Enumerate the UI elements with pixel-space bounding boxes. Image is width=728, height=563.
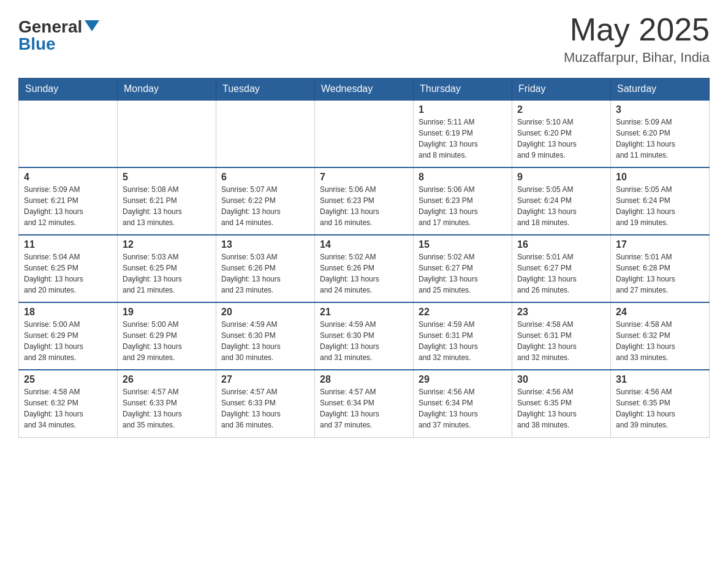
- logo-triangle-icon: [85, 20, 99, 31]
- page-header: General Blue May 2025 Muzaffarpur, Bihar…: [18, 12, 710, 66]
- day-info: Sunrise: 5:02 AM Sunset: 6:27 PM Dayligh…: [419, 251, 507, 296]
- title-section: May 2025 Muzaffarpur, Bihar, India: [564, 12, 710, 66]
- day-info: Sunrise: 4:58 AM Sunset: 6:32 PM Dayligh…: [616, 319, 704, 363]
- calendar-cell: 6Sunrise: 5:07 AM Sunset: 6:22 PM Daylig…: [216, 167, 315, 235]
- calendar-cell: 21Sunrise: 4:59 AM Sunset: 6:30 PM Dayli…: [315, 302, 414, 370]
- day-info: Sunrise: 4:59 AM Sunset: 6:30 PM Dayligh…: [320, 319, 408, 363]
- day-number: 8: [419, 172, 507, 183]
- calendar-cell: 3Sunrise: 5:09 AM Sunset: 6:20 PM Daylig…: [611, 100, 710, 167]
- calendar-cell: 25Sunrise: 4:58 AM Sunset: 6:32 PM Dayli…: [19, 370, 118, 437]
- day-info: Sunrise: 5:05 AM Sunset: 6:24 PM Dayligh…: [616, 184, 704, 228]
- week-row-5: 25Sunrise: 4:58 AM Sunset: 6:32 PM Dayli…: [19, 370, 710, 437]
- day-number: 27: [221, 374, 309, 385]
- day-number: 14: [320, 239, 408, 250]
- calendar-cell: 20Sunrise: 4:59 AM Sunset: 6:30 PM Dayli…: [216, 302, 315, 370]
- calendar-cell: 19Sunrise: 5:00 AM Sunset: 6:29 PM Dayli…: [118, 302, 216, 370]
- day-header-saturday: Saturday: [611, 79, 710, 101]
- day-number: 3: [616, 104, 704, 115]
- day-header-friday: Friday: [512, 79, 611, 101]
- day-header-thursday: Thursday: [414, 79, 512, 101]
- day-info: Sunrise: 4:59 AM Sunset: 6:30 PM Dayligh…: [221, 319, 309, 363]
- day-number: 23: [517, 307, 605, 318]
- day-number: 1: [419, 104, 507, 115]
- day-number: 5: [123, 172, 211, 183]
- calendar-cell: 12Sunrise: 5:03 AM Sunset: 6:25 PM Dayli…: [118, 235, 216, 302]
- day-header-monday: Monday: [118, 79, 216, 101]
- calendar-cell: 1Sunrise: 5:11 AM Sunset: 6:19 PM Daylig…: [414, 100, 512, 167]
- day-number: 31: [616, 374, 704, 385]
- calendar-cell: 26Sunrise: 4:57 AM Sunset: 6:33 PM Dayli…: [118, 370, 216, 437]
- day-info: Sunrise: 4:57 AM Sunset: 6:34 PM Dayligh…: [320, 386, 408, 431]
- calendar-cell: 29Sunrise: 4:56 AM Sunset: 6:34 PM Dayli…: [414, 370, 512, 437]
- day-number: 29: [419, 374, 507, 385]
- day-info: Sunrise: 5:01 AM Sunset: 6:27 PM Dayligh…: [517, 251, 605, 296]
- day-info: Sunrise: 5:02 AM Sunset: 6:26 PM Dayligh…: [320, 251, 408, 296]
- calendar-cell: 14Sunrise: 5:02 AM Sunset: 6:26 PM Dayli…: [315, 235, 414, 302]
- calendar-cell: 28Sunrise: 4:57 AM Sunset: 6:34 PM Dayli…: [315, 370, 414, 437]
- calendar-cell: [19, 100, 118, 167]
- day-info: Sunrise: 5:05 AM Sunset: 6:24 PM Dayligh…: [517, 184, 605, 228]
- day-number: 13: [221, 239, 309, 250]
- day-number: 30: [517, 374, 605, 385]
- week-row-3: 11Sunrise: 5:04 AM Sunset: 6:25 PM Dayli…: [19, 235, 710, 302]
- day-header-sunday: Sunday: [19, 79, 118, 101]
- day-number: 19: [123, 307, 211, 318]
- day-info: Sunrise: 5:04 AM Sunset: 6:25 PM Dayligh…: [24, 251, 112, 296]
- day-number: 24: [616, 307, 704, 318]
- calendar-cell: 5Sunrise: 5:08 AM Sunset: 6:21 PM Daylig…: [118, 167, 216, 235]
- day-header-tuesday: Tuesday: [216, 79, 315, 101]
- day-info: Sunrise: 5:08 AM Sunset: 6:21 PM Dayligh…: [123, 184, 211, 228]
- logo-blue-text: Blue: [18, 34, 56, 53]
- day-info: Sunrise: 5:00 AM Sunset: 6:29 PM Dayligh…: [24, 319, 112, 363]
- week-row-4: 18Sunrise: 5:00 AM Sunset: 6:29 PM Dayli…: [19, 302, 710, 370]
- calendar-cell: 31Sunrise: 4:56 AM Sunset: 6:35 PM Dayli…: [611, 370, 710, 437]
- day-number: 9: [517, 172, 605, 183]
- day-number: 17: [616, 239, 704, 250]
- logo: General Blue: [18, 18, 99, 53]
- day-info: Sunrise: 4:56 AM Sunset: 6:35 PM Dayligh…: [517, 386, 605, 431]
- calendar-cell: [118, 100, 216, 167]
- calendar-cell: 2Sunrise: 5:10 AM Sunset: 6:20 PM Daylig…: [512, 100, 611, 167]
- day-number: 25: [24, 374, 112, 385]
- day-info: Sunrise: 4:58 AM Sunset: 6:31 PM Dayligh…: [517, 319, 605, 363]
- week-row-2: 4Sunrise: 5:09 AM Sunset: 6:21 PM Daylig…: [19, 167, 710, 235]
- calendar-cell: 18Sunrise: 5:00 AM Sunset: 6:29 PM Dayli…: [19, 302, 118, 370]
- calendar-cell: 23Sunrise: 4:58 AM Sunset: 6:31 PM Dayli…: [512, 302, 611, 370]
- calendar-cell: 17Sunrise: 5:01 AM Sunset: 6:28 PM Dayli…: [611, 235, 710, 302]
- day-number: 12: [123, 239, 211, 250]
- day-number: 4: [24, 172, 112, 183]
- day-number: 15: [419, 239, 507, 250]
- day-info: Sunrise: 5:09 AM Sunset: 6:21 PM Dayligh…: [24, 184, 112, 228]
- day-info: Sunrise: 4:57 AM Sunset: 6:33 PM Dayligh…: [221, 386, 309, 431]
- calendar-cell: 24Sunrise: 4:58 AM Sunset: 6:32 PM Dayli…: [611, 302, 710, 370]
- day-number: 20: [221, 307, 309, 318]
- day-info: Sunrise: 4:59 AM Sunset: 6:31 PM Dayligh…: [419, 319, 507, 363]
- calendar-cell: 30Sunrise: 4:56 AM Sunset: 6:35 PM Dayli…: [512, 370, 611, 437]
- day-info: Sunrise: 5:01 AM Sunset: 6:28 PM Dayligh…: [616, 251, 704, 296]
- day-number: 28: [320, 374, 408, 385]
- day-number: 26: [123, 374, 211, 385]
- day-info: Sunrise: 5:11 AM Sunset: 6:19 PM Dayligh…: [419, 117, 507, 161]
- calendar-table: SundayMondayTuesdayWednesdayThursdayFrid…: [18, 78, 710, 438]
- day-info: Sunrise: 5:03 AM Sunset: 6:25 PM Dayligh…: [123, 251, 211, 296]
- calendar-cell: 8Sunrise: 5:06 AM Sunset: 6:23 PM Daylig…: [414, 167, 512, 235]
- day-number: 21: [320, 307, 408, 318]
- day-info: Sunrise: 5:03 AM Sunset: 6:26 PM Dayligh…: [221, 251, 309, 296]
- day-number: 2: [517, 104, 605, 115]
- calendar-cell: 16Sunrise: 5:01 AM Sunset: 6:27 PM Dayli…: [512, 235, 611, 302]
- calendar-cell: 7Sunrise: 5:06 AM Sunset: 6:23 PM Daylig…: [315, 167, 414, 235]
- day-number: 6: [221, 172, 309, 183]
- calendar-cell: 15Sunrise: 5:02 AM Sunset: 6:27 PM Dayli…: [414, 235, 512, 302]
- day-info: Sunrise: 5:07 AM Sunset: 6:22 PM Dayligh…: [221, 184, 309, 228]
- calendar-cell: 13Sunrise: 5:03 AM Sunset: 6:26 PM Dayli…: [216, 235, 315, 302]
- logo-general-text: General: [18, 18, 82, 36]
- day-info: Sunrise: 5:06 AM Sunset: 6:23 PM Dayligh…: [320, 184, 408, 228]
- month-title: May 2025: [564, 12, 710, 47]
- day-info: Sunrise: 5:06 AM Sunset: 6:23 PM Dayligh…: [419, 184, 507, 228]
- calendar-cell: 10Sunrise: 5:05 AM Sunset: 6:24 PM Dayli…: [611, 167, 710, 235]
- calendar-cell: [315, 100, 414, 167]
- day-header-wednesday: Wednesday: [315, 79, 414, 101]
- day-number: 22: [419, 307, 507, 318]
- week-row-1: 1Sunrise: 5:11 AM Sunset: 6:19 PM Daylig…: [19, 100, 710, 167]
- calendar-cell: 4Sunrise: 5:09 AM Sunset: 6:21 PM Daylig…: [19, 167, 118, 235]
